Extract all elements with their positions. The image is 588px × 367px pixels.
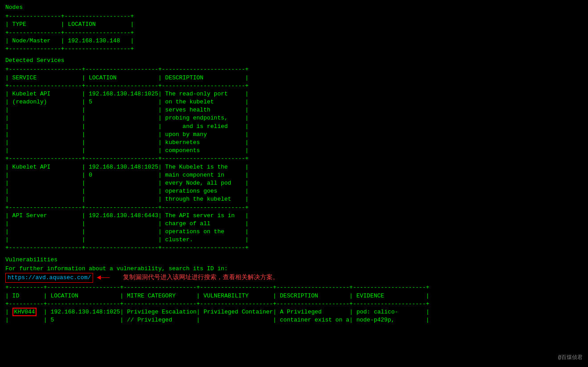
vuln-table: +----------+---------------------+------… bbox=[5, 284, 583, 324]
services-title: Detected Services bbox=[5, 57, 583, 65]
csdn-watermark: @百煤侦君 bbox=[558, 354, 583, 362]
vuln-url-row: https://avd.aquasec.com/ ◄—— 复制漏洞代号进入该网址… bbox=[5, 273, 583, 283]
nodes-title: Nodes bbox=[5, 4, 583, 12]
vuln-url[interactable]: https://avd.aquasec.com/ bbox=[5, 273, 93, 283]
detected-services-section: Detected Services +---------------------… bbox=[5, 57, 583, 252]
vuln-info: For further information about a vulnerab… bbox=[5, 265, 583, 273]
arrow-icon: ◄—— bbox=[97, 273, 110, 283]
nodes-table: +---------------+-------------------+ | … bbox=[5, 12, 583, 53]
vuln-id-box: KHV044 bbox=[12, 308, 37, 316]
nodes-section: Nodes +---------------+-----------------… bbox=[5, 4, 583, 53]
vuln-title: Vulnerabilities bbox=[5, 256, 583, 264]
annotation-text: 复制漏洞代号进入该网址进行搜索，查看相关解决方案。 bbox=[123, 273, 279, 282]
vulnerabilities-section: Vulnerabilities For further information … bbox=[5, 256, 583, 325]
services-table: +---------------------+-----------------… bbox=[5, 66, 583, 252]
